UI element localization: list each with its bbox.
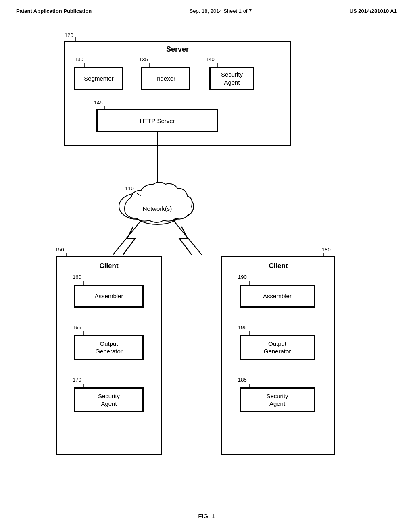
indexer-box: Indexer xyxy=(141,67,190,89)
assembler-left-box: Assembler xyxy=(75,285,143,307)
security-agent-right-box: Security Agent xyxy=(240,388,315,412)
client-right-title: Client xyxy=(222,257,335,275)
label-140: 140 xyxy=(206,56,215,62)
label-180: 180 xyxy=(322,247,331,253)
label-160: 160 xyxy=(73,274,81,280)
security-agent-server-box: Security Agent xyxy=(210,67,254,89)
header-center: Sep. 18, 2014 Sheet 1 of 7 xyxy=(190,8,252,14)
fig-caption: FIG. 1 xyxy=(16,513,397,520)
header-left: Patent Application Publication xyxy=(16,8,92,14)
label-120: 120 xyxy=(65,32,73,38)
page-header: Patent Application Publication Sep. 18, … xyxy=(16,8,397,17)
label-135: 135 xyxy=(139,56,148,62)
security-agent-left-box: Security Agent xyxy=(75,388,143,412)
label-130: 130 xyxy=(75,56,83,62)
svg-line-26 xyxy=(137,193,141,196)
label-110: 110 xyxy=(125,185,134,191)
server-title: Server xyxy=(65,41,290,57)
http-server-box: HTTP Server xyxy=(97,110,218,132)
label-150: 150 xyxy=(55,247,64,253)
client-left-title: Client xyxy=(56,257,161,275)
label-170: 170 xyxy=(73,377,81,383)
page: Patent Application Publication Sep. 18, … xyxy=(0,0,413,532)
assembler-right-box: Assembler xyxy=(240,285,315,307)
header-right: US 2014/281010 A1 xyxy=(350,8,397,14)
label-185: 185 xyxy=(238,377,247,383)
label-145: 145 xyxy=(94,100,103,106)
label-190: 190 xyxy=(238,274,247,280)
svg-line-12 xyxy=(173,220,202,255)
output-gen-right-box: Output Generator xyxy=(240,335,315,360)
network-label: Network(s) xyxy=(131,196,184,220)
diagram: 120 130 135 140 145 110 150 160 165 170 … xyxy=(16,29,397,505)
svg-line-11 xyxy=(113,220,141,255)
label-165: 165 xyxy=(73,324,81,330)
label-195: 195 xyxy=(238,324,247,330)
segmenter-box: Segmenter xyxy=(75,67,123,89)
output-gen-left-box: Output Generator xyxy=(75,335,143,360)
